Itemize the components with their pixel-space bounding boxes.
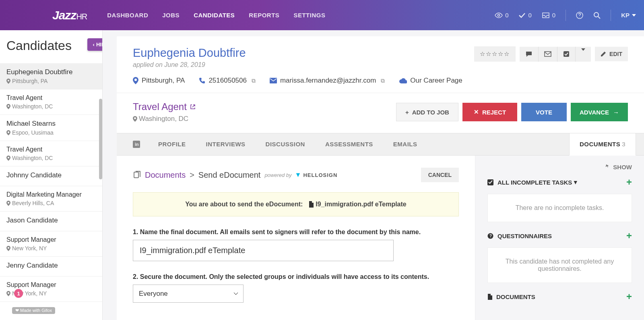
sidebar-candidate-item[interactable]: Digital Marketing Manager Beverly Hills,… [0, 186, 102, 212]
scrollbar[interactable] [99, 99, 102, 179]
edit-button[interactable]: EDIT [595, 47, 628, 61]
stat-inbox[interactable]: 0 [542, 12, 555, 19]
sidebar-title: Candidates [0, 30, 102, 63]
external-link-icon [190, 104, 196, 110]
sidebar-candidate-item[interactable]: Michael Stearns Espoo, Uusimaa [0, 115, 102, 141]
star-rating[interactable]: ☆☆☆☆☆ [474, 46, 516, 62]
chevron-down-icon [632, 14, 636, 17]
email-button[interactable] [539, 47, 557, 62]
sidebar-candidate-item[interactable]: Johnny Candidate [0, 166, 102, 186]
add-task-button[interactable]: + [626, 177, 632, 188]
svg-rect-8 [134, 172, 138, 178]
gear-icon [604, 164, 610, 170]
user-menu[interactable]: KP [621, 12, 636, 19]
tab-interviews[interactable]: INTERVIEWS [196, 133, 256, 155]
main-nav: DASHBOARD JOBS CANDIDATES REPORTS SETTIN… [107, 12, 325, 19]
hide-sidebar-button[interactable]: ‹ HIDE [87, 38, 103, 51]
more-button[interactable] [576, 47, 591, 62]
show-button[interactable]: SHOW [604, 164, 632, 170]
copy-icon [133, 171, 141, 179]
questionnaires-header: QUESTIONNAIRES [497, 233, 552, 239]
envelope-icon [544, 51, 551, 57]
breadcrumb-current: Send eDocument [198, 170, 261, 180]
sidebar: Candidates ‹ HIDE Euphegenia Doubtfire P… [0, 30, 103, 320]
tasks-empty: There are no incomplete tasks. [487, 194, 632, 222]
speech-bubble-icon [525, 51, 533, 57]
x-icon: ✕ [474, 108, 479, 116]
svg-rect-3 [545, 52, 551, 56]
sidebar-candidate-item[interactable]: Jenny Candidate [0, 257, 102, 276]
candidate-location: Pittsburgh, PA [133, 77, 185, 85]
pencil-icon [601, 51, 606, 57]
svg-text:?: ? [489, 234, 492, 238]
reject-button[interactable]: ✕ REJECT [462, 103, 517, 121]
nav-settings[interactable]: SETTINGS [293, 12, 325, 19]
tab-discussion[interactable]: DISCUSSION [256, 133, 315, 155]
candidate-phone[interactable]: 2516050506 ⧉ [199, 77, 256, 85]
nav-dashboard[interactable]: DASHBOARD [107, 12, 148, 19]
linkedin-icon[interactable]: in [125, 133, 148, 155]
breadcrumb-documents[interactable]: Documents [145, 170, 186, 180]
tab-profile[interactable]: PROFILE [148, 133, 196, 155]
checkbox-icon [487, 179, 493, 185]
eye-icon [495, 12, 503, 18]
svg-rect-4 [564, 51, 569, 57]
arrow-right-icon: → [613, 109, 619, 116]
tab-emails[interactable]: EMAILS [383, 133, 427, 155]
candidate-email[interactable]: marissa.fernandez@jazzhr.com ⧉ [270, 77, 385, 85]
cancel-button[interactable]: CANCEL [421, 168, 459, 182]
nav-jobs[interactable]: JOBS [162, 12, 180, 19]
stat-views[interactable]: 0 [495, 12, 508, 19]
help-icon[interactable] [576, 12, 583, 19]
questionnaires-empty: This candidate has not completed any que… [487, 247, 632, 283]
copy-icon[interactable]: ⧉ [252, 77, 256, 84]
phone-icon [199, 77, 205, 84]
document-name-input[interactable] [133, 240, 394, 261]
tab-assessments[interactable]: ASSESSMENTS [315, 133, 383, 155]
vote-button[interactable]: VOTE [521, 103, 567, 121]
check-icon [518, 12, 526, 18]
candidate-name[interactable]: Euphegenia Doubtfire [133, 46, 246, 60]
gifox-watermark: ❤ Made with Gifox [12, 307, 55, 314]
plus-icon: + [405, 109, 409, 116]
secure-document-select[interactable]: Everyone [133, 285, 244, 303]
nav-reports[interactable]: REPORTS [249, 12, 279, 19]
search-icon[interactable] [593, 12, 601, 19]
nav-candidates[interactable]: CANDIDATES [194, 12, 235, 19]
candidate-source: Our Career Page [399, 77, 462, 85]
notification-badge[interactable]: 1 [14, 289, 23, 298]
chevron-down-icon [581, 48, 585, 58]
comment-button[interactable] [520, 47, 539, 62]
job-title[interactable]: Travel Agent [133, 101, 196, 112]
sidebar-candidate-item[interactable]: Support Manager New York, NY [0, 276, 102, 302]
stat-tasks[interactable]: 0 [518, 12, 531, 19]
svg-point-9 [606, 166, 608, 168]
step1-label: 1. Name the final document. All emails s… [133, 229, 459, 236]
tasks-header[interactable]: ALL INCOMPLETE TASKS [497, 179, 572, 186]
chevron-down-icon[interactable]: ▾ [574, 179, 577, 186]
sidebar-candidate-item[interactable]: Support Manager New York, NY [0, 231, 102, 257]
breadcrumb: Documents > Send eDocument [145, 170, 260, 180]
job-location: Washington, DC [133, 115, 196, 123]
add-document-button[interactable]: + [626, 291, 632, 302]
nav-right: 0 0 0 KP [495, 10, 636, 21]
add-questionnaire-button[interactable]: + [626, 230, 632, 241]
sidebar-candidate-item[interactable]: Euphegenia Doubtfire Pittsburgh, PA [0, 63, 102, 89]
tabs: in PROFILE INTERVIEWS DISCUSSION ASSESSM… [117, 133, 644, 156]
alert-box: You are about to send the eDocument: I9_… [133, 192, 459, 216]
tab-documents[interactable]: DOCUMENTS3 [569, 133, 636, 156]
top-navigation: JazzHR DASHBOARD JOBS CANDIDATES REPORTS… [0, 0, 644, 30]
candidate-list: Euphegenia Doubtfire Pittsburgh, PATrave… [0, 63, 102, 302]
step2-label: 2. Secure the document. Only the selecte… [133, 273, 459, 281]
sidebar-candidate-item[interactable]: Travel Agent Washington, DC [0, 141, 102, 166]
sidebar-candidate-item[interactable]: Jason Candidate [0, 212, 102, 231]
checkbox-icon [563, 51, 570, 57]
sidebar-candidate-item[interactable]: Travel Agent Washington, DC [0, 89, 102, 115]
copy-icon[interactable]: ⧉ [381, 77, 385, 84]
svg-rect-5 [270, 78, 277, 83]
logo[interactable]: JazzHR [52, 8, 87, 22]
advance-button[interactable]: ADVANCE → [571, 103, 628, 121]
add-to-job-button[interactable]: + ADD TO JOB [396, 103, 458, 121]
inbox-icon [542, 12, 550, 19]
task-button[interactable] [557, 47, 576, 62]
